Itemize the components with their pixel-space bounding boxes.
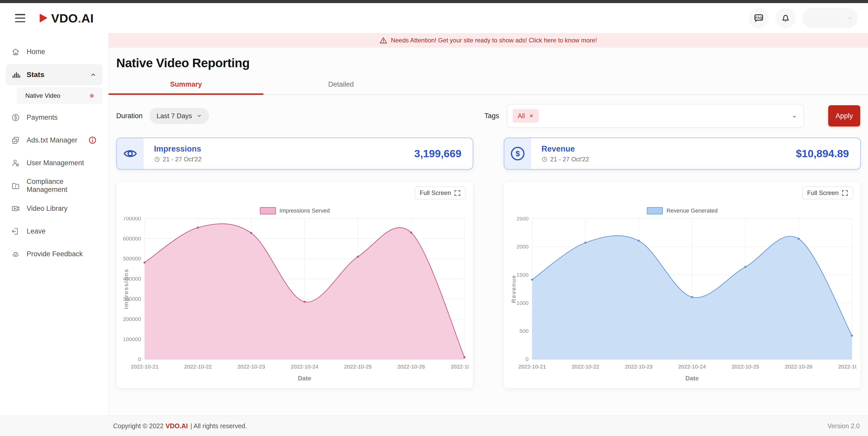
sidebar-item-home[interactable]: Home: [0, 40, 108, 63]
tags-label: Tags: [485, 112, 499, 120]
tags-select[interactable]: All: [507, 104, 804, 128]
duration-value: Last 7 Days: [157, 112, 192, 120]
sidebar-item-stats[interactable]: Stats: [6, 64, 102, 85]
leave-icon: [11, 227, 20, 236]
revenue-chart-canvas: 050010001500200025002022-10-212022-10-22…: [508, 217, 857, 385]
charts-row: Full Screen Impressions Served 010000020…: [116, 181, 861, 388]
stats-icon: [12, 70, 21, 79]
sidebar-subitem-label: Native Video: [25, 92, 60, 99]
sidebar-item-label: Compliance Management: [27, 178, 97, 194]
page-title: Native Video Reporting: [116, 56, 868, 70]
svg-text:$: $: [516, 149, 520, 158]
eye-icon: [122, 145, 138, 162]
sidebar: Home Stats Native Video Payments: [0, 33, 108, 415]
legend-label: Revenue Generated: [666, 207, 718, 214]
svg-text:2022-10-27: 2022-10-27: [838, 364, 857, 370]
tag-chip-label: All: [518, 112, 525, 120]
svg-text:Date: Date: [685, 375, 699, 382]
expand-icon: [842, 190, 848, 196]
sidebar-item-payments[interactable]: Payments: [0, 106, 108, 129]
svg-text:0: 0: [525, 356, 529, 362]
svg-text:Revenue: Revenue: [510, 274, 517, 303]
revenue-stat-card: $ Revenue 21 - 27 Oct'22 $10,894.89: [504, 138, 861, 170]
svg-text:2000: 2000: [517, 243, 529, 250]
remove-tag-icon[interactable]: [529, 114, 534, 118]
sidebar-item-label: Payments: [27, 114, 58, 121]
svg-text:2022-10-24: 2022-10-24: [678, 364, 706, 370]
faq-button[interactable]: FAQ: [749, 8, 769, 28]
fullscreen-button[interactable]: Full Screen: [414, 186, 466, 199]
apply-button[interactable]: Apply: [828, 105, 860, 126]
stat-cards-row: Impressions 21 - 27 Oct'22 3,199,669: [116, 138, 861, 170]
chevron-down-icon: [792, 114, 797, 119]
sidebar-item-label: Ads.txt Manager: [27, 136, 78, 144]
sidebar-item-user-management[interactable]: User Management: [0, 151, 108, 174]
svg-text:2022-10-26: 2022-10-26: [397, 364, 425, 370]
svg-text:2022-10-23: 2022-10-23: [625, 364, 653, 370]
attention-banner[interactable]: Needs Attention! Get your site ready to …: [108, 33, 868, 48]
svg-text:2022-10-25: 2022-10-25: [344, 364, 372, 370]
copyright-text: Copyright © 2022: [113, 422, 163, 430]
bell-icon: [780, 13, 791, 24]
svg-text:2022-10-22: 2022-10-22: [184, 364, 212, 370]
expand-icon: [454, 190, 461, 196]
sidebar-item-label: Provide Feedback: [27, 250, 83, 258]
tab-bar: Summary Detailed: [108, 81, 868, 95]
profile-menu[interactable]: [802, 8, 858, 28]
duration-dropdown[interactable]: Last 7 Days: [149, 108, 209, 124]
svg-text:700000: 700000: [123, 217, 141, 221]
hamburger-menu-icon[interactable]: [15, 14, 25, 22]
svg-text:2022-10-21: 2022-10-21: [518, 364, 546, 370]
sidebar-item-video-library[interactable]: Video Library: [0, 197, 108, 220]
notifications-button[interactable]: [776, 8, 796, 28]
tag-chip-all[interactable]: All: [513, 109, 539, 123]
stat-title: Impressions: [154, 144, 202, 154]
svg-text:600000: 600000: [123, 236, 141, 241]
sidebar-item-label: Video Library: [27, 205, 68, 212]
stat-title: Revenue: [541, 144, 589, 154]
sidebar-item-leave[interactable]: Leave: [0, 220, 108, 242]
svg-text:1000: 1000: [517, 300, 529, 306]
sidebar-item-adstxt-manager[interactable]: Ads.txt Manager: [0, 129, 108, 151]
active-indicator-dot: [90, 94, 94, 98]
fullscreen-button[interactable]: Full Screen: [802, 186, 853, 199]
sidebar-item-compliance-management[interactable]: Compliance Management: [0, 174, 108, 197]
duration-label: Duration: [116, 112, 143, 120]
faq-icon: FAQ: [753, 13, 764, 24]
impressions-total: 3,199,669: [414, 148, 461, 160]
stat-date-range: 21 - 27 Oct'22: [550, 156, 589, 163]
play-icon: [38, 13, 49, 24]
clock-icon: [541, 156, 548, 163]
legend-label: Impressions Served: [280, 207, 330, 214]
svg-text:2022-10-22: 2022-10-22: [572, 364, 599, 370]
compliance-icon: [11, 181, 20, 190]
svg-text:500: 500: [520, 328, 529, 334]
impressions-chart-canvas: 0100000200000300000400000500000600000700…: [121, 217, 469, 385]
svg-text:2022-10-21: 2022-10-21: [131, 364, 158, 370]
sidebar-item-label: Leave: [27, 227, 46, 235]
tab-summary[interactable]: Summary: [108, 81, 264, 94]
sidebar-item-provide-feedback[interactable]: Provide Feedback: [0, 242, 108, 265]
chevron-down-icon: [196, 113, 202, 118]
chevron-up-icon: [90, 71, 96, 78]
stat-icon-strip: $: [504, 138, 531, 169]
tab-detailed[interactable]: Detailed: [264, 81, 418, 94]
vdo-ai-logo[interactable]: VDO.AI: [38, 11, 94, 25]
chart-legend[interactable]: Impressions Served: [117, 207, 473, 214]
stat-date-range: 21 - 27 Oct'22: [163, 156, 202, 163]
svg-text:1500: 1500: [517, 272, 529, 278]
video-library-icon: [11, 204, 20, 213]
legend-swatch: [260, 207, 276, 214]
svg-text:200000: 200000: [123, 316, 141, 322]
chart-legend[interactable]: Revenue Generated: [504, 207, 861, 214]
version-label: Version 2.0: [828, 422, 860, 430]
svg-text:Date: Date: [298, 375, 311, 382]
sidebar-item-native-video[interactable]: Native Video: [17, 87, 102, 104]
sidebar-item-label: User Management: [27, 159, 84, 167]
svg-text:0: 0: [138, 356, 141, 362]
topbar: VDO.AI FAQ: [0, 3, 868, 33]
main-content: Needs Attention! Get your site ready to …: [108, 33, 868, 415]
filter-bar: Duration Last 7 Days Tags All: [116, 104, 860, 128]
footer-brand: VDO.AI: [165, 422, 188, 430]
impressions-stat-card: Impressions 21 - 27 Oct'22 3,199,669: [116, 138, 473, 170]
